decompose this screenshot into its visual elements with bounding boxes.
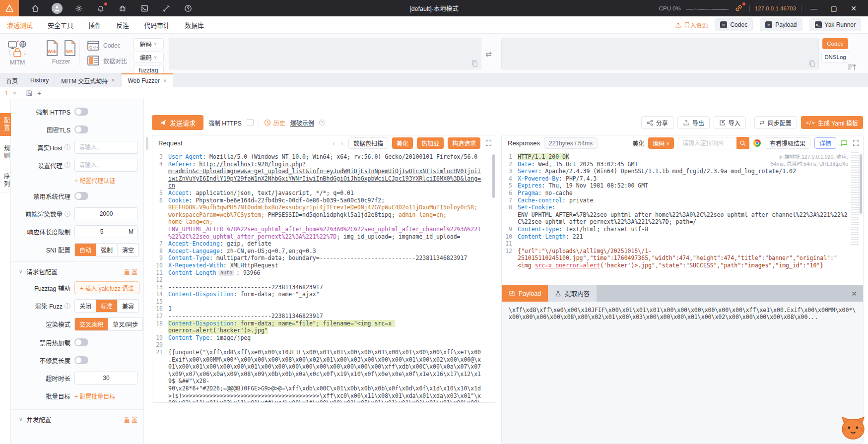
response-scrollbar[interactable] (860, 154, 862, 214)
render-mode-sync[interactable]: 草叉/同步 (108, 318, 142, 330)
share-button[interactable]: 分享 (641, 116, 673, 129)
view-extract-result-button[interactable]: 查看提取结果 (765, 137, 810, 149)
menu-security-tools[interactable]: 安全工具 (48, 20, 73, 30)
response-search-input[interactable] (678, 137, 736, 149)
tab-history[interactable]: History (24, 73, 55, 87)
request-editor[interactable]: 3User-Agent: Mozilla/5.0 (Windows NT 10.… (152, 151, 496, 402)
build-request-button[interactable]: 构造请求 (448, 137, 480, 149)
close-sequence-icon[interactable]: × (13, 90, 16, 97)
detail-button[interactable]: 详情 (814, 137, 836, 149)
close-tab-icon[interactable]: × (111, 77, 115, 84)
blast-example-link[interactable]: 爆破示例 (290, 119, 314, 127)
generate-yaml-button[interactable]: </> 生成 Yaml 模板 (801, 116, 863, 129)
packet-scan-button[interactable]: 数据包扫描 (348, 137, 388, 149)
insert-fuzz-syntax-button[interactable]: + 插入 yak.fuzz 语法 (74, 281, 139, 294)
mitm-tool[interactable]: MITM (7, 40, 28, 66)
swap-icon[interactable]: ⇄ (485, 50, 492, 59)
notification-bell-icon[interactable] (95, 3, 106, 14)
help-icon[interactable] (183, 3, 194, 14)
yak-runner-button[interactable]: >_Yak Runner (809, 18, 861, 31)
engine-link-icon[interactable] (734, 3, 744, 14)
timeout-input[interactable] (74, 372, 138, 384)
comment-icon[interactable] (840, 139, 848, 147)
codec-input-area[interactable] (169, 38, 481, 69)
save-icon[interactable] (26, 90, 33, 97)
data-compare-tool[interactable]: 数据对比 (87, 56, 127, 65)
export-button[interactable]: 导出 (677, 116, 710, 129)
response-editor[interactable]: 远端地址:127.0.0.1:920; 响应: 54ms; 总耗时:54ms; … (502, 151, 863, 285)
copy-icon[interactable] (809, 60, 815, 67)
request-scrollbar[interactable] (492, 154, 495, 198)
settings-gear-icon[interactable] (73, 3, 84, 14)
render-fuzz-standard[interactable]: 标准 (96, 300, 118, 312)
minimize-button[interactable]: — (806, 4, 821, 12)
sort-icon[interactable] (848, 63, 857, 71)
menu-plugins[interactable]: 插件 (88, 20, 101, 30)
bug-report-icon[interactable] (117, 3, 128, 14)
sni-clear[interactable]: 清空 (118, 244, 138, 256)
batch-target-link[interactable]: + 配置批量目标 (74, 392, 115, 400)
proxy-auth-link[interactable]: + 配置代理认证 (74, 176, 115, 185)
add-sequence-icon[interactable]: + (37, 89, 42, 97)
extract-content-tab[interactable]: 提取内容 (548, 285, 597, 302)
close-tab-icon[interactable]: × (163, 77, 167, 84)
reset-concurrent-config[interactable]: 重 置 (124, 415, 137, 424)
real-host-input[interactable] (74, 141, 138, 154)
menu-reverse[interactable]: 反连 (116, 20, 129, 30)
menu-pentest[interactable]: 渗透测试 (7, 20, 33, 30)
side-tab-rules[interactable]: 规则 (0, 141, 11, 164)
import-button[interactable]: 导入 (714, 116, 746, 129)
encode-dropdown[interactable]: 编码∨ (133, 52, 164, 63)
decode-dropdown[interactable]: 解码∨ (133, 38, 164, 49)
sni-force[interactable]: 强制 (96, 244, 118, 256)
payload-tab[interactable]: Payload (502, 285, 548, 302)
home-icon[interactable] (30, 3, 41, 14)
copy-icon[interactable] (471, 60, 478, 67)
response-beautify-button[interactable]: 美化 (632, 139, 644, 147)
yakit-logo-icon[interactable] (0, 0, 19, 16)
next-page-icon[interactable]: › (340, 139, 344, 147)
close-drawer-icon[interactable]: ✕ (845, 290, 863, 298)
reset-request-config[interactable]: 重 置 (124, 267, 137, 276)
close-button[interactable]: ✕ (846, 4, 861, 12)
yakit-mascot[interactable] (839, 415, 867, 441)
beautify-button[interactable]: 美化 (392, 137, 413, 149)
codec-tool[interactable]: C </> Codec (87, 41, 127, 51)
open-in-chrome-icon[interactable] (753, 139, 761, 147)
codec-button[interactable]: CCodec (715, 18, 753, 31)
sni-auto[interactable]: 自动 (75, 244, 96, 256)
tools-icon[interactable] (161, 3, 172, 14)
gm-tls-toggle[interactable] (74, 126, 88, 133)
expand-icon[interactable] (485, 140, 492, 146)
render-fuzz-off[interactable]: 关闭 (75, 300, 96, 312)
force-https-toggle[interactable] (74, 108, 88, 116)
prev-page-icon[interactable]: ‹ (332, 139, 336, 147)
no-fix-length-toggle[interactable] (74, 356, 88, 364)
maximize-button[interactable]: ▢ (826, 4, 841, 12)
codec-output-area[interactable] (501, 38, 819, 69)
menu-code-audit[interactable]: 代码审计 (144, 20, 170, 30)
history-button[interactable]: 历史 (264, 119, 285, 127)
proxy-input[interactable] (74, 159, 138, 172)
side-tab-sequence[interactable]: 序列 (0, 169, 11, 192)
user-avatar[interactable] (52, 3, 63, 14)
panel-collapse-handle[interactable] (146, 137, 148, 150)
tab-mitm-hijack[interactable]: MITM 交互式劫持× (55, 73, 121, 87)
tab-home[interactable]: 首页 (0, 73, 24, 87)
force-https-checkbox[interactable] (247, 119, 254, 126)
expand-icon[interactable] (853, 140, 859, 146)
send-request-button[interactable]: 发送请求 (152, 115, 203, 130)
search-button[interactable] (736, 137, 749, 149)
sequence-tab-1[interactable]: 1 (5, 90, 8, 97)
import-resource-button[interactable]: 导入资源 (675, 21, 708, 29)
render-fuzz-compat[interactable]: 兼容 (118, 300, 138, 312)
resp-limit-input[interactable]: 5 M (74, 225, 138, 238)
sync-config-button[interactable]: ⇄ 同步配置 (754, 116, 797, 129)
fuzzer-tool[interactable]: Web WS Fuzzer (46, 40, 76, 65)
hotload-button[interactable]: 热加载 (417, 137, 444, 149)
side-tab-config[interactable]: 配置 (0, 113, 11, 136)
dnslog-side-tab[interactable]: DNSLog (821, 52, 849, 63)
response-minimap[interactable] (851, 152, 859, 247)
disable-system-proxy-toggle[interactable] (74, 192, 88, 200)
frontend-render-input[interactable] (74, 207, 138, 220)
